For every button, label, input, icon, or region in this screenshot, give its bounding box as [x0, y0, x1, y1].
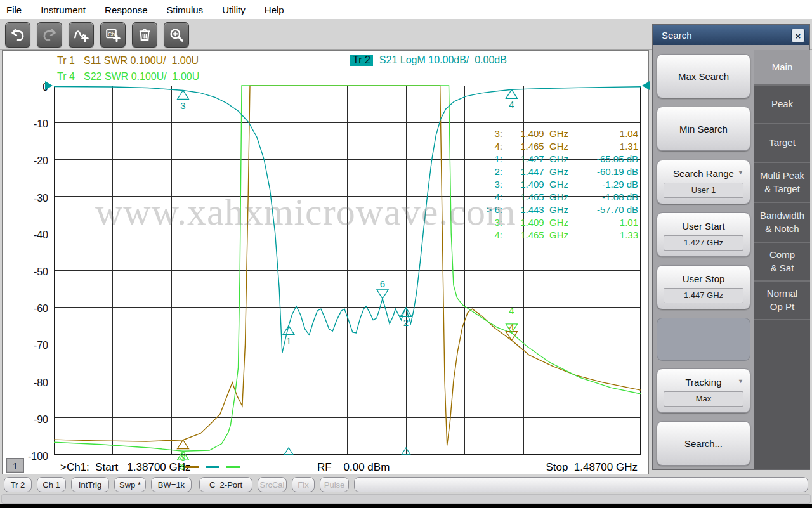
tab-normal-op-pt-label: Normal [767, 287, 797, 300]
tab-bandwidth-notch-label: & Notch [765, 223, 799, 235]
marker-triangle[interactable] [506, 89, 518, 98]
search-range-dropdown[interactable]: Search Range▼User 1 [657, 160, 750, 204]
marker-readout-row: 1:1.427 GHz-65.05 dB [444, 153, 641, 166]
status-blank[interactable] [354, 477, 808, 492]
y-axis-label: -30 [18, 193, 48, 204]
delete-icon[interactable] [132, 22, 157, 48]
marker-number-label: 3 [180, 452, 184, 461]
menu-utility[interactable]: Utility [222, 4, 246, 15]
sweep-stop-label: Stop 1.48700 GHz [546, 461, 638, 474]
y-axis-label: -40 [18, 230, 48, 241]
svg-text:Ch: Ch [108, 31, 115, 37]
status-trace[interactable]: Tr 2 [4, 477, 32, 492]
max-search-button-label: Max Search [657, 71, 750, 82]
status-srccal[interactable]: SrcCal [258, 477, 287, 492]
tab-multi-peak-target[interactable]: Multi Peak& Target [754, 163, 810, 203]
redo-icon [37, 22, 62, 48]
tracking-dropdown-value: Max [664, 391, 743, 407]
marker-readout-row: 3:1.409 GHz-1.29 dB [444, 179, 641, 192]
status-cal[interactable]: C 2-Port [199, 477, 252, 492]
tab-main[interactable]: Main [754, 50, 810, 86]
menu-bar: FileInstrumentResponseStimulusUtilityHel… [0, 0, 812, 19]
trace-title-tr4[interactable]: Tr 4S22 SWR 0.100U/ 1.00U [57, 71, 199, 82]
trace-desc-tr2: S21 LogM 10.00dB/ 0.00dB [379, 55, 507, 65]
y-axis-label: -60 [18, 303, 48, 315]
y-axis-label: -90 [18, 414, 48, 426]
close-icon[interactable]: × [791, 29, 805, 42]
menu-help[interactable]: Help [265, 4, 284, 15]
tab-multi-peak-target-label: & Target [764, 183, 800, 195]
menu-file[interactable]: File [6, 4, 22, 15]
user-start-button[interactable]: User Start1.427 GHz [657, 212, 750, 257]
marker-readout-row: 4:1.465 GHz1.33 [444, 230, 641, 242]
trace-title-tr2[interactable]: Tr 2S21 LogM 10.00dB/ 0.00dB [350, 55, 507, 66]
menu-instrument[interactable]: Instrument [41, 4, 86, 15]
blank-button[interactable] [657, 318, 750, 361]
marker-number-label: 3 [180, 100, 185, 111]
tab-target[interactable]: Target [754, 124, 810, 163]
status-sweep[interactable]: Swp * [114, 477, 146, 492]
menu-stimulus[interactable]: Stimulus [167, 4, 204, 15]
min-search-button[interactable]: Min Search [657, 107, 750, 151]
search-range-dropdown-label: Search Range [657, 168, 750, 179]
min-search-button-label: Min Search [657, 124, 750, 134]
search-panel-tabs: MainPeakTargetMulti Peak& TargetBandwidt… [754, 50, 810, 469]
status-strip [1, 494, 811, 504]
status-trigger[interactable]: IntTrig [71, 477, 109, 492]
marker-readout-row: 2:1.447 GHz-60.19 dB [444, 166, 641, 179]
marker-number-label: 3 [180, 462, 184, 471]
tracking-dropdown[interactable]: Tracking▼Max [657, 368, 750, 413]
tab-bandwidth-notch[interactable]: Bandwidth& Notch [754, 203, 810, 243]
status-pulse[interactable]: Pulse [320, 477, 349, 492]
status-fix[interactable]: Fix [292, 477, 315, 492]
zoom-icon[interactable] [164, 22, 189, 48]
rf-power-label: RF 0.00 dBm [317, 461, 390, 474]
y-axis-label: -50 [18, 266, 48, 278]
trace-id-tr1: Tr 1 [57, 55, 84, 67]
marker-number-label: 6 [380, 278, 385, 289]
bottom-strip [0, 504, 812, 508]
trace-title-tr1[interactable]: Tr 1S11 SWR 0.100U/ 1.00U [57, 55, 199, 67]
y-axis-label: 0 [18, 82, 48, 93]
search-panel-title: Search [662, 30, 692, 41]
undo-icon[interactable] [5, 22, 30, 48]
menu-response[interactable]: Response [105, 4, 148, 15]
y-axis-label: -20 [18, 155, 48, 167]
tab-comp-sat-label: & Sat [771, 262, 794, 275]
status-channel[interactable]: Ch 1 [37, 477, 66, 492]
marker-triangle[interactable] [178, 91, 189, 100]
add-channel-icon[interactable]: Ch [100, 22, 126, 48]
chevron-down-icon: ▼ [738, 169, 743, 176]
search-panel-titlebar[interactable]: Search [653, 25, 809, 45]
marker-triangle[interactable] [178, 440, 189, 449]
search-range-dropdown-value: User 1 [664, 183, 743, 198]
user-stop-button[interactable]: User Stop1.447 GHz [657, 265, 750, 309]
status-bandwidth[interactable]: BW=1k [151, 477, 192, 492]
user-stop-button-label: User Stop [657, 273, 750, 284]
marker-number-label: 2 [403, 317, 409, 328]
marker-readout-row: > 6:1.443 GHz-57.70 dB [444, 204, 641, 217]
tab-peak[interactable]: Peak [754, 86, 810, 124]
add-trace-icon[interactable] [69, 22, 94, 48]
trace-desc-tr1: S11 SWR 0.100U/ 1.00U [84, 55, 199, 66]
tracking-dropdown-label: Tracking [657, 377, 750, 388]
search-more-button[interactable]: Search... [657, 421, 750, 466]
trace-id-tr2: Tr 2 [350, 55, 373, 66]
tab-comp-sat[interactable]: Comp& Sat [754, 243, 810, 282]
tab-target-label: Target [769, 136, 796, 149]
marker-readout-row: 4:1.465 GHz1.31 [444, 141, 641, 153]
max-search-button[interactable]: Max Search [657, 54, 750, 98]
trace-id-tr4: Tr 4 [57, 71, 84, 82]
tab-multi-peak-target-label: Multi Peak [760, 169, 804, 182]
tab-main-label: Main [772, 61, 793, 74]
channel-badge[interactable]: 1 [6, 458, 24, 473]
tab-normal-op-pt[interactable]: NormalOp Pt [754, 282, 810, 320]
y-axis-label: -10 [18, 119, 48, 130]
trace-desc-tr4: S22 SWR 0.100U/ 1.00U [84, 71, 199, 82]
tab-bandwidth-notch-label: Bandwidth [760, 209, 804, 222]
legend-dash-tr4 [226, 466, 240, 468]
marker-number-label: 4 [509, 99, 514, 110]
marker-readout-row: 3:1.409 GHz1.04 [444, 128, 641, 141]
marker-number-label: 4 [509, 305, 514, 316]
y-axis-label: -80 [18, 377, 48, 389]
